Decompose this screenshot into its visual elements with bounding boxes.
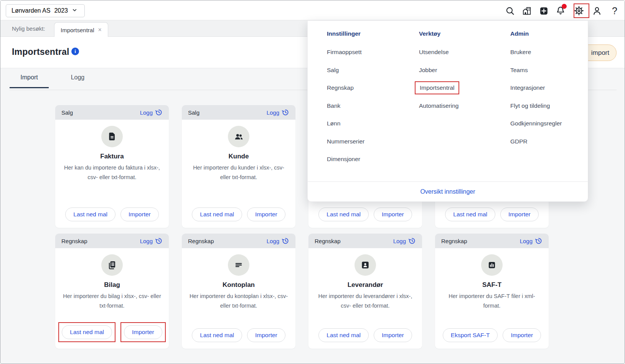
import-card-saft: Regnskap Logg SAF-T Her importerer du SA… bbox=[435, 234, 549, 349]
history-icon bbox=[155, 237, 163, 245]
card-logg-label: Logg bbox=[267, 109, 279, 116]
card-category: Regnskap bbox=[188, 238, 214, 244]
vouchers-stack-icon bbox=[101, 254, 123, 276]
last-ned-mal-button[interactable]: Last ned mal bbox=[192, 208, 242, 221]
card-title: Faktura bbox=[55, 153, 169, 160]
card-logg-link[interactable]: Logg bbox=[140, 237, 163, 245]
card-logg-label: Logg bbox=[520, 238, 533, 244]
add-new-icon[interactable] bbox=[538, 5, 549, 16]
menu-item-firmaoppsett[interactable]: Firmaoppsett bbox=[327, 43, 411, 61]
last-ned-mal-button[interactable]: Last ned mal bbox=[318, 328, 369, 342]
import-card-bilag: Regnskap Logg Bilag Her importerer du bi… bbox=[55, 234, 169, 349]
card-category: Regnskap bbox=[61, 238, 87, 244]
card-title: Leverandør bbox=[308, 281, 422, 289]
menu-item-gdpr[interactable]: GDPR bbox=[510, 133, 583, 151]
history-icon bbox=[282, 237, 289, 245]
menu-column-admin: Admin Brukere Teams Integrasjoner Flyt o… bbox=[510, 21, 583, 150]
card-category: Regnskap bbox=[441, 238, 467, 244]
highlight-box-importsentral[interactable]: Importsentral bbox=[415, 81, 459, 94]
card-category: Regnskap bbox=[315, 238, 341, 244]
menu-item-brukere[interactable]: Brukere bbox=[510, 43, 583, 61]
chart-of-accounts-lines-icon bbox=[228, 254, 249, 276]
menu-item-utsendelse[interactable]: Utsendelse bbox=[419, 43, 503, 61]
menu-item-dimensjoner[interactable]: Dimensjoner bbox=[327, 150, 411, 168]
menu-item-regnskap[interactable]: Regnskap bbox=[327, 79, 411, 97]
menu-item-godkjenningsregler[interactable]: Godkjenningsregler bbox=[510, 115, 583, 133]
tab-import[interactable]: Import bbox=[10, 74, 49, 88]
card-logg-label: Logg bbox=[140, 238, 153, 244]
importer-button[interactable]: Importer bbox=[247, 328, 285, 342]
history-icon bbox=[282, 109, 289, 116]
importer-button[interactable]: Importer bbox=[374, 208, 412, 221]
menu-item-lonn[interactable]: Lønn bbox=[327, 115, 411, 133]
card-description: Her importerer du bilag i xlsx-, csv- el… bbox=[61, 292, 163, 311]
importer-button[interactable]: Importer bbox=[120, 208, 159, 221]
menu-item-teams[interactable]: Teams bbox=[510, 61, 583, 79]
supplier-badge-icon bbox=[355, 254, 376, 276]
card-description: Her importerer du SAF-T filer i xml-form… bbox=[440, 292, 543, 311]
company-selector[interactable]: Lønvarden AS 2023 bbox=[6, 4, 85, 17]
menu-item-importsentral[interactable]: Importsentral bbox=[419, 79, 503, 97]
card-title: Kontoplan bbox=[182, 281, 295, 289]
history-icon bbox=[155, 109, 163, 116]
importer-button[interactable]: Importer bbox=[374, 328, 412, 342]
menu-item-flyt-og-tildeling[interactable]: Flyt og tildeling bbox=[510, 97, 583, 115]
card-header: Salg Logg bbox=[55, 105, 169, 120]
invoice-document-icon bbox=[101, 126, 123, 147]
user-profile-icon[interactable] bbox=[592, 5, 602, 16]
card-header: Regnskap Logg bbox=[55, 234, 169, 248]
importer-button[interactable]: Importer bbox=[500, 208, 539, 221]
card-actions: Eksport SAF-T Importer bbox=[435, 328, 549, 342]
card-actions: Last ned mal Importer bbox=[308, 208, 422, 221]
card-logg-link[interactable]: Logg bbox=[393, 237, 416, 245]
help-glyph: ? bbox=[612, 5, 617, 16]
menu-column-verktoy: Verktøy Utsendelse Jobber Importsentral … bbox=[419, 21, 503, 115]
highlight-box-gear bbox=[574, 3, 589, 18]
info-icon[interactable]: i bbox=[71, 48, 79, 55]
oversikt-innstillinger-link[interactable]: Oversikt innstillinger bbox=[420, 188, 475, 195]
menu-column-innstillinger: Innstillinger Firmaoppsett Salg Regnskap… bbox=[327, 21, 411, 168]
last-ned-mal-button[interactable]: Last ned mal bbox=[445, 208, 495, 221]
recent-tab-importsentral[interactable]: Importsentral × bbox=[54, 22, 108, 37]
card-title: Kunde bbox=[182, 153, 295, 160]
customers-people-icon bbox=[228, 126, 249, 147]
card-actions: Last ned mal Importer bbox=[435, 208, 549, 221]
menu-column-title: Verktøy bbox=[419, 21, 503, 38]
card-header: Regnskap Logg bbox=[308, 234, 422, 248]
card-logg-link[interactable]: Logg bbox=[267, 237, 289, 245]
highlight-box-last-ned-mal: Last ned mal bbox=[58, 322, 115, 342]
company-buildings-icon[interactable] bbox=[521, 5, 532, 16]
menu-column-title: Admin bbox=[510, 21, 583, 38]
menu-item-nummerserier[interactable]: Nummerserier bbox=[327, 133, 411, 151]
card-logg-link[interactable]: Logg bbox=[267, 109, 289, 116]
last-ned-mal-button[interactable]: Last ned mal bbox=[318, 208, 369, 221]
company-year: 2023 bbox=[54, 7, 68, 14]
card-header: Regnskap Logg bbox=[435, 234, 549, 248]
card-actions: Last ned mal Importer bbox=[182, 328, 295, 342]
importer-button[interactable]: Importer bbox=[503, 328, 541, 342]
menu-item-integrasjoner[interactable]: Integrasjoner bbox=[510, 79, 583, 97]
tab-logg[interactable]: Logg bbox=[58, 74, 97, 87]
search-icon[interactable] bbox=[505, 5, 515, 16]
history-icon bbox=[408, 237, 416, 245]
last-ned-mal-button[interactable]: Last ned mal bbox=[65, 208, 115, 221]
help-icon[interactable]: ? bbox=[609, 5, 620, 16]
last-ned-mal-button[interactable]: Last ned mal bbox=[192, 328, 242, 342]
card-logg-link[interactable]: Logg bbox=[520, 237, 543, 245]
menu-item-automatisering[interactable]: Automatisering bbox=[419, 97, 503, 115]
menu-item-jobber[interactable]: Jobber bbox=[419, 61, 503, 79]
card-category: Salg bbox=[188, 109, 200, 116]
menu-item-bank[interactable]: Bank bbox=[327, 97, 411, 115]
close-icon[interactable]: × bbox=[98, 27, 102, 33]
eksport-saft-button[interactable]: Eksport SAF-T bbox=[443, 328, 498, 342]
card-title: Bilag bbox=[55, 281, 169, 289]
menu-item-salg[interactable]: Salg bbox=[327, 61, 411, 79]
card-logg-label: Logg bbox=[140, 109, 153, 116]
importer-button[interactable]: Importer bbox=[124, 325, 162, 339]
last-ned-mal-button[interactable]: Last ned mal bbox=[62, 325, 112, 339]
notifications-bell-icon[interactable] bbox=[555, 5, 566, 16]
recent-tab-label: Importsentral bbox=[61, 27, 94, 33]
company-name: Lønvarden AS bbox=[12, 7, 50, 14]
card-logg-link[interactable]: Logg bbox=[140, 109, 163, 116]
importer-button[interactable]: Importer bbox=[247, 208, 285, 221]
